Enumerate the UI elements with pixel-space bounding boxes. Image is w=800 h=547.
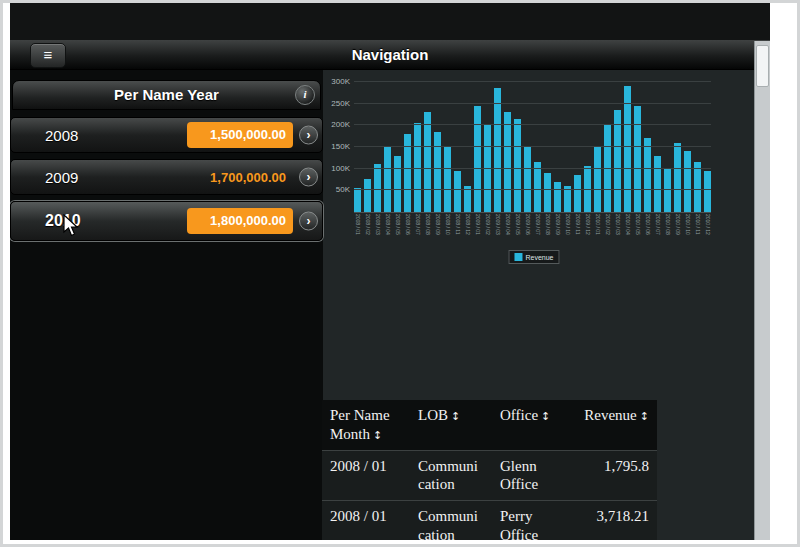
x-axis-tick-label: 2008 / 09 [434, 214, 441, 235]
bar-2008 / 08[interactable] [424, 112, 431, 212]
bar-2008 / 04[interactable] [384, 147, 391, 212]
x-axis-tick-label: 2010 / 12 [704, 214, 711, 235]
y-axis-tick-label: 150K [328, 142, 350, 151]
chevron-right-icon[interactable]: › [299, 212, 318, 231]
year-row-2010[interactable]: 20101,800,000.00› [10, 201, 323, 241]
x-axis-tick: 2010 / 12 [704, 214, 711, 248]
x-axis-tick: 2008 / 04 [384, 214, 391, 248]
chevron-right-icon[interactable]: › [299, 126, 318, 145]
menu-button[interactable]: ≡ [30, 43, 66, 68]
bar-2009 / 05[interactable] [514, 119, 521, 212]
column-header-office[interactable]: Office↕ [492, 400, 570, 450]
x-axis-tick: 2010 / 01 [594, 214, 601, 248]
table-cell: Communication [410, 451, 492, 501]
x-axis-tick-label: 2010 / 10 [684, 214, 691, 235]
bar-2009 / 07[interactable] [534, 162, 541, 212]
year-label: 2008 [45, 127, 78, 144]
x-axis-tick-label: 2009 / 03 [494, 214, 501, 235]
bar-2009 / 08[interactable] [544, 173, 551, 212]
bar-2009 / 11[interactable] [574, 175, 581, 212]
table-cell: Glenn Office [492, 451, 570, 501]
app-canvas: ≡ Navigation Per Name Year i 20081,500,0… [10, 3, 770, 540]
x-axis-tick-label: 2009 / 04 [504, 214, 511, 235]
bar-2010 / 10[interactable] [684, 151, 691, 212]
x-axis-tick: 2009 / 07 [534, 214, 541, 248]
bar-2008 / 10[interactable] [444, 147, 451, 212]
x-axis-tick: 2010 / 02 [604, 214, 611, 248]
bar-2008 / 02[interactable] [364, 179, 371, 212]
y-axis-tick-label: 200K [328, 120, 350, 129]
year-label: 2009 [45, 169, 78, 186]
table-row[interactable]: 2008 / 01CommunicationPerry Office3,718.… [322, 500, 657, 540]
bar-2010 / 09[interactable] [674, 143, 681, 212]
year-list: 20081,500,000.00›20091,700,000.00›20101,… [10, 117, 323, 247]
chevron-right-icon[interactable]: › [299, 168, 318, 187]
column-header-revenue[interactable]: Revenue↕ [570, 400, 657, 450]
gridline [354, 103, 711, 104]
bar-2009 / 06[interactable] [524, 147, 531, 212]
column-header-lob[interactable]: LOB↕ [410, 400, 492, 450]
x-axis-tick: 2009 / 01 [474, 214, 481, 248]
x-axis-tick: 2010 / 06 [644, 214, 651, 248]
bar-2010 / 05[interactable] [634, 106, 641, 212]
info-button[interactable]: i [295, 85, 315, 105]
table-cell: 1,795.8 [570, 451, 657, 501]
year-row-2008[interactable]: 20081,500,000.00› [10, 117, 323, 153]
x-axis-tick: 2010 / 08 [664, 214, 671, 248]
bar-2010 / 08[interactable] [664, 169, 671, 212]
x-axis-tick-label: 2008 / 10 [444, 214, 451, 235]
x-axis-tick-label: 2009 / 07 [534, 214, 541, 235]
bar-2008 / 01[interactable] [354, 188, 361, 212]
x-axis-tick-label: 2008 / 03 [374, 214, 381, 235]
x-axis-tick-label: 2009 / 05 [514, 214, 521, 235]
x-axis-tick: 2008 / 06 [404, 214, 411, 248]
bar-2010 / 07[interactable] [654, 156, 661, 212]
x-axis-tick: 2010 / 05 [634, 214, 641, 248]
vertical-scrollbar[interactable] [754, 41, 770, 540]
table-cell: Communication [410, 501, 492, 540]
bar-2009 / 09[interactable] [554, 182, 561, 212]
page-title: Navigation [10, 40, 770, 69]
x-axis-tick-label: 2009 / 11 [574, 214, 581, 234]
column-header-per-name-month[interactable]: Per Name Month↕ [322, 400, 410, 450]
y-axis-tick-label: 50K [328, 185, 350, 194]
gridline [354, 189, 711, 190]
x-axis-tick-label: 2008 / 11 [454, 214, 461, 234]
x-axis-tick: 2009 / 12 [584, 214, 591, 248]
bar-2009 / 01[interactable] [474, 106, 481, 212]
x-axis-tick-label: 2010 / 05 [634, 214, 641, 235]
x-axis-tick-label: 2009 / 12 [584, 214, 591, 235]
bar-2009 / 04[interactable] [504, 112, 511, 212]
chart-x-axis-labels: 2008 / 012008 / 022008 / 032008 / 042008… [354, 214, 711, 248]
table-header-row: Per Name Month↕LOB↕Office↕Revenue↕ [322, 400, 657, 450]
bar-2008 / 09[interactable] [434, 132, 441, 212]
x-axis-tick-label: 2010 / 07 [654, 214, 661, 235]
year-label: 2010 [45, 212, 81, 230]
x-axis-tick-label: 2009 / 01 [474, 214, 481, 235]
bar-2010 / 12[interactable] [704, 171, 711, 212]
x-axis-tick-label: 2010 / 04 [624, 214, 631, 235]
bar-2008 / 05[interactable] [394, 156, 401, 212]
table-row[interactable]: 2008 / 01CommunicationGlenn Office1,795.… [322, 450, 657, 501]
x-axis-tick: 2010 / 11 [694, 214, 701, 248]
x-axis-tick: 2009 / 08 [544, 214, 551, 248]
bar-2010 / 11[interactable] [694, 162, 701, 212]
bar-2009 / 03[interactable] [494, 88, 501, 212]
bar-2010 / 06[interactable] [644, 138, 651, 212]
x-axis-tick-label: 2008 / 04 [384, 214, 391, 235]
detail-table: Per Name Month↕LOB↕Office↕Revenue↕ 2008 … [322, 400, 657, 540]
scrollbar-thumb[interactable] [756, 45, 769, 87]
year-row-2009[interactable]: 20091,700,000.00› [10, 159, 323, 195]
bar-2010 / 01[interactable] [594, 147, 601, 212]
bar-2008 / 03[interactable] [374, 164, 381, 212]
x-axis-tick-label: 2010 / 08 [664, 214, 671, 235]
column-header-label: Office [500, 407, 538, 423]
x-axis-tick: 2009 / 10 [564, 214, 571, 248]
browser-window: ≡ Navigation Per Name Year i 20081,500,0… [0, 0, 800, 547]
bar-2008 / 11[interactable] [454, 171, 461, 212]
info-icon: i [303, 88, 306, 100]
x-axis-tick: 2008 / 09 [434, 214, 441, 248]
y-axis-tick-label: 100K [328, 164, 350, 173]
legend-swatch [514, 253, 522, 261]
bar-2010 / 04[interactable] [624, 86, 631, 212]
